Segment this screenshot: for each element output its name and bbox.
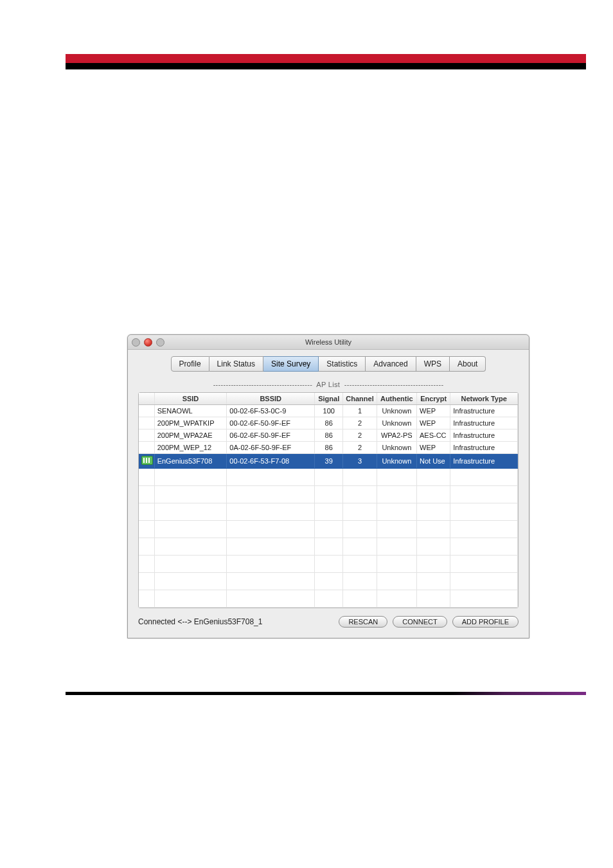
table-row[interactable]: SENAOWL00-02-6F-53-0C-91001UnknownWEPInf… — [139, 405, 518, 417]
connected-icon — [141, 456, 153, 465]
cell-channel: 3 — [343, 454, 377, 469]
table-row-empty — [139, 521, 518, 538]
cell-ssid: SENAOWL — [154, 405, 227, 417]
cell-empty — [343, 590, 377, 608]
cell-empty — [450, 538, 518, 556]
tab-profile[interactable]: Profile — [171, 356, 209, 372]
cell-encrypt: AES-CC — [417, 429, 450, 442]
cell-ssid: 200PM_WPATKIP — [154, 417, 227, 429]
cell-empty — [154, 556, 227, 573]
tab-wps[interactable]: WPS — [416, 356, 450, 372]
cell-bssid: 06-02-6F-50-9F-EF — [227, 429, 315, 442]
header-accent — [66, 54, 586, 63]
col-ssid[interactable]: SSID — [154, 393, 227, 405]
table-row[interactable]: 200PM_WPATKIP00-02-6F-50-9F-EF862Unknown… — [139, 417, 518, 429]
cell-empty — [417, 486, 450, 503]
cell-empty — [315, 573, 343, 590]
cell-empty — [377, 521, 416, 538]
tab-link-status[interactable]: Link Status — [209, 356, 263, 372]
cell-empty — [377, 538, 416, 556]
connection-status: Connected <--> EnGenius53F708_1 — [138, 617, 333, 626]
cell-empty — [227, 538, 315, 556]
cell-empty — [154, 469, 227, 486]
cell-nettype: Infrastructure — [450, 454, 518, 469]
cell-empty — [343, 521, 377, 538]
cell-empty — [227, 590, 315, 608]
cell-nettype: Infrastructure — [450, 429, 518, 442]
cell-empty — [343, 503, 377, 521]
cell-empty — [417, 469, 450, 486]
cell-empty — [227, 521, 315, 538]
table-row-empty — [139, 556, 518, 573]
col-encrypt[interactable]: Encrypt — [417, 393, 450, 405]
cell-nettype: Infrastructure — [450, 417, 518, 429]
col-bssid[interactable]: BSSID — [227, 393, 315, 405]
cell-empty — [315, 556, 343, 573]
tab-advanced[interactable]: Advanced — [366, 356, 416, 372]
cell-empty — [315, 503, 343, 521]
cell-signal: 100 — [315, 405, 343, 417]
cell-empty — [139, 573, 154, 590]
table-row[interactable]: EnGenius53F70800-02-6F-53-F7-08393Unknow… — [139, 454, 518, 469]
cell-empty — [139, 538, 154, 556]
cell-empty — [139, 556, 154, 573]
cell-auth: Unknown — [377, 442, 416, 454]
cell-empty — [343, 486, 377, 503]
table-row[interactable]: 200PM_WPA2AE06-02-6F-50-9F-EF862WPA2-PSA… — [139, 429, 518, 442]
cell-empty — [315, 538, 343, 556]
cell-connected — [139, 417, 154, 429]
cell-empty — [450, 573, 518, 590]
cell-signal: 86 — [315, 417, 343, 429]
cell-empty — [227, 556, 315, 573]
table-row[interactable]: 200PM_WEP_120A-02-6F-50-9F-EF862UnknownW… — [139, 442, 518, 454]
cell-empty — [343, 556, 377, 573]
cell-empty — [377, 469, 416, 486]
cell-channel: 1 — [343, 405, 377, 417]
cell-encrypt: WEP — [417, 442, 450, 454]
rescan-button[interactable]: RESCAN — [339, 616, 387, 628]
col-auth[interactable]: Authentic — [377, 393, 416, 405]
cell-empty — [315, 469, 343, 486]
cell-auth: Unknown — [377, 417, 416, 429]
cell-empty — [139, 486, 154, 503]
window-titlebar[interactable]: Wireless Utility — [128, 335, 529, 350]
connect-button[interactable]: CONNECT — [393, 616, 447, 628]
cell-auth: WPA2-PS — [377, 429, 416, 442]
cell-empty — [343, 469, 377, 486]
tab-about[interactable]: About — [450, 356, 486, 372]
cell-empty — [343, 538, 377, 556]
cell-empty — [377, 503, 416, 521]
add-profile-button[interactable]: ADD PROFILE — [452, 616, 519, 628]
col-channel[interactable]: Channel — [343, 393, 377, 405]
cell-channel: 2 — [343, 417, 377, 429]
cell-empty — [343, 573, 377, 590]
cell-empty — [450, 503, 518, 521]
tab-statistics[interactable]: Statistics — [319, 356, 366, 372]
cell-empty — [139, 590, 154, 608]
cell-nettype: Infrastructure — [450, 405, 518, 417]
cell-bssid: 00-02-6F-50-9F-EF — [227, 417, 315, 429]
col-nettype[interactable]: Network Type — [450, 393, 518, 405]
col-signal[interactable]: Signal — [315, 393, 343, 405]
cell-empty — [377, 590, 416, 608]
cell-empty — [417, 503, 450, 521]
table-row-empty — [139, 573, 518, 590]
col-connected[interactable] — [139, 393, 154, 405]
cell-signal: 39 — [315, 454, 343, 469]
cell-empty — [450, 556, 518, 573]
cell-empty — [377, 573, 416, 590]
cell-signal: 86 — [315, 442, 343, 454]
tab-site-survey[interactable]: Site Survey — [263, 356, 319, 372]
cell-empty — [377, 556, 416, 573]
wireless-utility-window: Wireless Utility ProfileLink StatusSite … — [127, 334, 529, 638]
cell-bssid: 0A-02-6F-50-9F-EF — [227, 442, 315, 454]
cell-empty — [450, 486, 518, 503]
cell-connected — [139, 405, 154, 417]
cell-empty — [154, 503, 227, 521]
cell-channel: 2 — [343, 429, 377, 442]
header-black-bar — [66, 63, 586, 69]
cell-encrypt: WEP — [417, 405, 450, 417]
window-title: Wireless Utility — [128, 338, 529, 346]
table-row-empty — [139, 469, 518, 486]
cell-bssid: 00-02-6F-53-F7-08 — [227, 454, 315, 469]
